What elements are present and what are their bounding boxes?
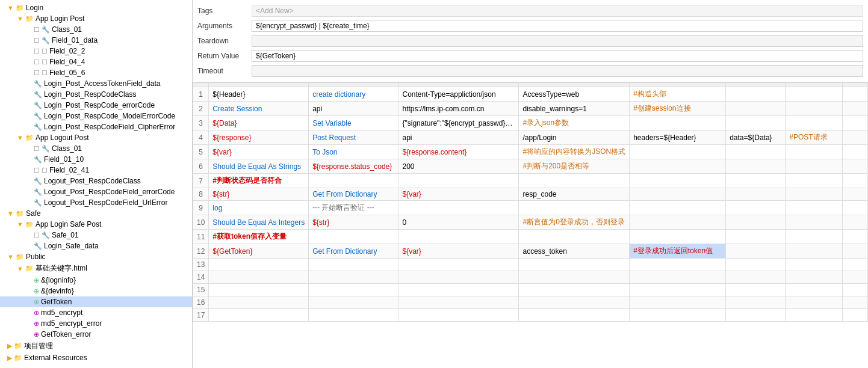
table-cell[interactable] xyxy=(786,188,843,201)
sidebar-item-login-resp-model[interactable]: 🔧 Login_Post_RespCode_ModelErrorCode xyxy=(0,111,192,121)
table-cell[interactable]: /app/Login xyxy=(519,130,630,145)
table-cell[interactable] xyxy=(309,271,398,284)
table-row[interactable]: 16 xyxy=(193,296,868,309)
table-cell[interactable]: access_token xyxy=(519,244,630,259)
table-cell[interactable] xyxy=(726,284,786,296)
table-row[interactable]: 7#判断状态码是否符合 xyxy=(193,174,868,188)
table-row[interactable]: 13 xyxy=(193,259,868,271)
table-cell[interactable] xyxy=(726,87,786,102)
table-cell[interactable]: Set Variable xyxy=(309,116,398,130)
table-cell[interactable]: To Json xyxy=(309,145,398,159)
sidebar-item-app-logout-post[interactable]: ▼ 📁 App Logout Post xyxy=(0,132,192,143)
table-cell[interactable]: #录入json参数 xyxy=(519,116,630,130)
table-cell[interactable] xyxy=(630,201,726,215)
table-cell[interactable] xyxy=(630,174,726,188)
table-cell[interactable] xyxy=(843,296,868,309)
table-cell[interactable]: headers=${Header} xyxy=(630,130,726,145)
table-cell[interactable] xyxy=(726,201,786,215)
table-cell[interactable]: ${GetToken} xyxy=(209,244,309,259)
table-cell[interactable] xyxy=(843,309,868,322)
sidebar-item-login-resp-class[interactable]: 🔧 Login_Post_RespCodeClass xyxy=(0,89,192,100)
table-cell[interactable] xyxy=(786,87,843,102)
sidebar-item-class01[interactable]: ☐ 🔧 Class_01 xyxy=(0,24,192,35)
table-cell[interactable] xyxy=(630,145,726,159)
table-cell[interactable] xyxy=(519,259,630,271)
table-row[interactable]: 12${GetToken}Get From Dictionary${var}ac… xyxy=(193,244,868,259)
sidebar-item-md5-encrypt-error[interactable]: ⊕ md5_encrypt_error xyxy=(0,318,192,329)
sidebar-item-devinfo[interactable]: ⊕ &{devinfo} xyxy=(0,286,192,296)
table-cell[interactable]: 200 xyxy=(398,159,519,174)
table-cell[interactable] xyxy=(786,145,843,159)
table-cell[interactable] xyxy=(726,244,786,259)
table-cell[interactable] xyxy=(786,174,843,188)
sidebar-item-class01b[interactable]: ☐ 🔧 Class_01 xyxy=(0,143,192,154)
table-row[interactable]: 2Create Sessionapihttps://lms.ip-com.com… xyxy=(193,102,868,116)
table-cell[interactable] xyxy=(843,201,868,215)
table-cell[interactable] xyxy=(209,259,309,271)
table-cell[interactable] xyxy=(309,230,398,244)
sidebar-item-external-resources[interactable]: ▶ 📁 External Resources xyxy=(0,352,192,363)
table-cell[interactable]: 0 xyxy=(398,215,519,230)
table-cell[interactable] xyxy=(843,116,868,130)
sidebar-item-field02-41[interactable]: ☐ ☐ Field_02_41 xyxy=(0,165,192,176)
sidebar-item-login-resp-cipher[interactable]: 🔧 Login_Post_RespCodeField_CipherError xyxy=(0,121,192,132)
table-cell[interactable]: create dictionary xyxy=(309,87,398,102)
table-cell[interactable] xyxy=(786,230,843,244)
table-cell[interactable] xyxy=(786,159,843,174)
table-cell[interactable]: #断言值为0登录成功，否则登录 xyxy=(519,215,630,230)
table-cell[interactable]: ${var} xyxy=(398,244,519,259)
table-cell[interactable]: data=${Data} xyxy=(726,130,786,145)
table-cell[interactable] xyxy=(309,174,398,188)
table-cell[interactable] xyxy=(786,271,843,284)
table-cell[interactable] xyxy=(843,215,868,230)
table-cell[interactable]: resp_code xyxy=(519,188,630,201)
table-row[interactable]: 1${Header}create dictionaryContent-Type=… xyxy=(193,87,868,102)
table-cell[interactable] xyxy=(309,284,398,296)
table-cell[interactable] xyxy=(630,159,726,174)
sidebar-item-logout-resp-error[interactable]: 🔧 Logout_Post_RespCodeField_errorCode xyxy=(0,186,192,197)
table-cell[interactable] xyxy=(726,259,786,271)
table-cell[interactable] xyxy=(519,271,630,284)
table-cell[interactable]: log xyxy=(209,201,309,215)
table-cell[interactable]: #构造头部 xyxy=(630,87,726,102)
table-cell[interactable] xyxy=(519,284,630,296)
teardown-input[interactable] xyxy=(252,35,863,47)
table-cell[interactable] xyxy=(726,230,786,244)
table-cell[interactable] xyxy=(726,174,786,188)
table-cell[interactable]: disable_warnings=1 xyxy=(519,102,630,116)
table-cell[interactable] xyxy=(209,309,309,322)
table-cell[interactable] xyxy=(726,102,786,116)
table-cell[interactable] xyxy=(786,116,843,130)
table-cell[interactable]: #将响应的内容转换为JSON格式 xyxy=(519,145,630,159)
sidebar-item-login[interactable]: ▼ 📁 Login xyxy=(0,2,192,13)
table-cell[interactable]: #获取token值存入变量 xyxy=(209,230,309,244)
table-cell[interactable] xyxy=(726,271,786,284)
table-cell[interactable] xyxy=(398,230,519,244)
table-cell[interactable] xyxy=(786,259,843,271)
table-cell[interactable] xyxy=(786,309,843,322)
table-cell[interactable]: ${var} xyxy=(398,188,519,201)
table-cell[interactable] xyxy=(843,159,868,174)
table-cell[interactable] xyxy=(398,201,519,215)
table-cell[interactable] xyxy=(630,259,726,271)
table-cell[interactable] xyxy=(519,296,630,309)
table-cell[interactable]: api xyxy=(398,130,519,145)
table-cell[interactable] xyxy=(398,259,519,271)
table-cell[interactable]: ${response.status_code} xyxy=(309,159,398,174)
table-row[interactable]: 6Should Be Equal As Strings${response.st… xyxy=(193,159,868,174)
tags-input[interactable]: <Add New> xyxy=(252,5,863,17)
sidebar-item-login-safe-data[interactable]: 🔧 Login_Safe_data xyxy=(0,241,192,251)
table-cell[interactable] xyxy=(786,215,843,230)
table-cell[interactable] xyxy=(309,259,398,271)
table-cell[interactable] xyxy=(519,201,630,215)
table-cell[interactable] xyxy=(398,284,519,296)
table-cell[interactable] xyxy=(398,309,519,322)
table-cell[interactable]: Should Be Equal As Strings xyxy=(209,159,309,174)
table-cell[interactable] xyxy=(843,271,868,284)
table-cell[interactable] xyxy=(843,174,868,188)
table-cell[interactable]: ${var} xyxy=(209,145,309,159)
table-cell[interactable] xyxy=(519,309,630,322)
sidebar-item-project-mgmt[interactable]: ▶ 📁 项目管理 xyxy=(0,340,192,352)
table-row[interactable]: 5${var}To Json${response.content}#将响应的内容… xyxy=(193,145,868,159)
sidebar-item-logout-resp-url[interactable]: 🔧 Logout_Post_RespCodeField_UrlError xyxy=(0,197,192,208)
